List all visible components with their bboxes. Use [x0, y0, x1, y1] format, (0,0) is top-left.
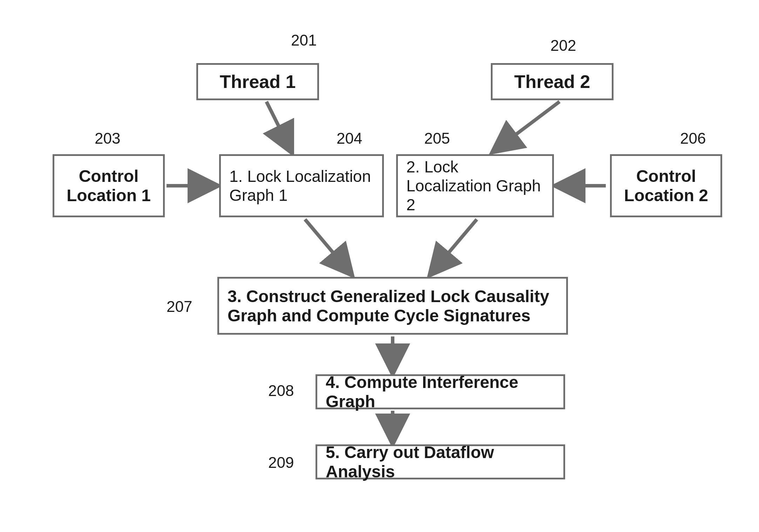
box-step-5-text: 5. Carry out Dataflow Analysis [326, 443, 555, 481]
ref-206: 206 [680, 130, 706, 147]
ref-207: 207 [167, 298, 192, 315]
box-step-5: 5. Carry out Dataflow Analysis [316, 444, 565, 479]
box-llg1-text: 1. Lock Localization Graph 1 [229, 167, 374, 205]
box-step-4: 4. Compute Interference Graph [316, 374, 565, 409]
ref-205: 205 [424, 130, 450, 147]
box-control-location-1-text: Control Location 1 [63, 166, 155, 205]
box-step-3-text: 3. Construct Generalized Lock Causality … [228, 287, 558, 325]
box-lock-localization-graph-2: 2. Lock Localization Graph 2 [396, 154, 554, 217]
box-thread-1-text: Thread 1 [220, 71, 296, 92]
box-thread-1: Thread 1 [196, 63, 319, 100]
box-thread-2: Thread 2 [491, 63, 614, 100]
box-lock-localization-graph-1: 1. Lock Localization Graph 1 [219, 154, 384, 217]
box-control-location-1: Control Location 1 [53, 154, 165, 217]
box-thread-2-text: Thread 2 [514, 71, 590, 92]
ref-209: 209 [268, 454, 294, 471]
ref-208: 208 [268, 382, 294, 400]
ref-203: 203 [95, 130, 120, 147]
box-control-location-2: Control Location 2 [610, 154, 722, 217]
svg-line-4 [305, 219, 351, 273]
ref-202: 202 [550, 37, 576, 54]
box-control-location-2-text: Control Location 2 [620, 166, 712, 205]
ref-204: 204 [337, 130, 362, 147]
box-step-3: 3. Construct Generalized Lock Causality … [217, 277, 568, 335]
ref-201: 201 [291, 32, 317, 49]
box-llg2-text: 2. Lock Localization Graph 2 [406, 157, 544, 214]
svg-line-5 [431, 219, 477, 273]
svg-line-0 [266, 102, 291, 151]
diagram-canvas: 201 202 203 204 205 206 207 208 209 Thre… [0, 0, 759, 532]
box-step-4-text: 4. Compute Interference Graph [326, 373, 555, 411]
svg-line-1 [494, 102, 560, 151]
